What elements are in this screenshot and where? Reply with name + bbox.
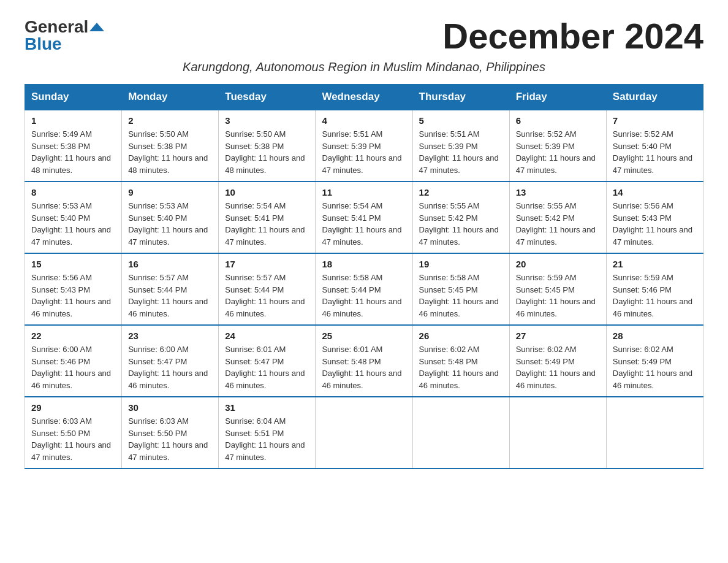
header: General Blue December 2024 xyxy=(25,18,703,54)
day-info: Sunrise: 5:56 AM Sunset: 5:43 PM Dayligh… xyxy=(613,200,697,248)
weekday-header-friday: Friday xyxy=(509,85,606,110)
day-info: Sunrise: 6:03 AM Sunset: 5:50 PM Dayligh… xyxy=(128,415,212,463)
day-info: Sunrise: 6:02 AM Sunset: 5:49 PM Dayligh… xyxy=(613,343,697,391)
day-info: Sunrise: 5:50 AM Sunset: 5:38 PM Dayligh… xyxy=(225,128,309,176)
weekday-header-thursday: Thursday xyxy=(412,85,509,110)
day-cell-14: 14 Sunrise: 5:56 AM Sunset: 5:43 PM Dayl… xyxy=(606,182,703,253)
day-info: Sunrise: 5:56 AM Sunset: 5:43 PM Dayligh… xyxy=(31,272,115,320)
day-number: 25 xyxy=(322,331,406,341)
day-cell-26: 26 Sunrise: 6:02 AM Sunset: 5:48 PM Dayl… xyxy=(412,325,509,397)
day-number: 11 xyxy=(322,187,406,197)
day-info: Sunrise: 5:55 AM Sunset: 5:42 PM Dayligh… xyxy=(516,200,600,248)
day-cell-28: 28 Sunrise: 6:02 AM Sunset: 5:49 PM Dayl… xyxy=(606,325,703,397)
day-number: 22 xyxy=(31,331,115,341)
logo: General Blue xyxy=(25,18,104,53)
empty-cell xyxy=(509,397,606,469)
day-info: Sunrise: 5:57 AM Sunset: 5:44 PM Dayligh… xyxy=(128,272,212,320)
month-title: December 2024 xyxy=(442,18,703,54)
day-info: Sunrise: 6:00 AM Sunset: 5:46 PM Dayligh… xyxy=(31,343,115,391)
day-cell-5: 5 Sunrise: 5:51 AM Sunset: 5:39 PM Dayli… xyxy=(412,110,509,182)
day-number: 9 xyxy=(128,187,212,197)
day-number: 16 xyxy=(128,259,212,269)
day-cell-18: 18 Sunrise: 5:58 AM Sunset: 5:44 PM Dayl… xyxy=(316,253,412,325)
day-cell-17: 17 Sunrise: 5:57 AM Sunset: 5:44 PM Dayl… xyxy=(219,253,316,325)
day-number: 5 xyxy=(419,115,503,126)
day-info: Sunrise: 5:55 AM Sunset: 5:42 PM Dayligh… xyxy=(419,200,503,248)
day-cell-2: 2 Sunrise: 5:50 AM Sunset: 5:38 PM Dayli… xyxy=(122,110,219,182)
week-row-3: 15 Sunrise: 5:56 AM Sunset: 5:43 PM Dayl… xyxy=(25,253,703,325)
day-number: 30 xyxy=(128,402,212,413)
day-cell-10: 10 Sunrise: 5:54 AM Sunset: 5:41 PM Dayl… xyxy=(219,182,316,253)
weekday-header-row: SundayMondayTuesdayWednesdayThursdayFrid… xyxy=(25,85,703,110)
day-number: 3 xyxy=(225,115,309,126)
day-info: Sunrise: 5:53 AM Sunset: 5:40 PM Dayligh… xyxy=(128,200,212,248)
day-number: 26 xyxy=(419,331,503,341)
day-info: Sunrise: 5:58 AM Sunset: 5:45 PM Dayligh… xyxy=(419,272,503,320)
day-number: 18 xyxy=(322,259,406,269)
day-number: 23 xyxy=(128,331,212,341)
day-info: Sunrise: 5:51 AM Sunset: 5:39 PM Dayligh… xyxy=(322,128,406,176)
day-cell-16: 16 Sunrise: 5:57 AM Sunset: 5:44 PM Dayl… xyxy=(122,253,219,325)
day-info: Sunrise: 5:50 AM Sunset: 5:38 PM Dayligh… xyxy=(128,128,212,176)
day-info: Sunrise: 5:59 AM Sunset: 5:45 PM Dayligh… xyxy=(516,272,600,320)
day-cell-3: 3 Sunrise: 5:50 AM Sunset: 5:38 PM Dayli… xyxy=(219,110,316,182)
day-cell-4: 4 Sunrise: 5:51 AM Sunset: 5:39 PM Dayli… xyxy=(316,110,412,182)
day-info: Sunrise: 5:52 AM Sunset: 5:39 PM Dayligh… xyxy=(516,128,600,176)
day-info: Sunrise: 6:04 AM Sunset: 5:51 PM Dayligh… xyxy=(225,415,309,463)
day-info: Sunrise: 5:53 AM Sunset: 5:40 PM Dayligh… xyxy=(31,200,115,248)
day-info: Sunrise: 5:49 AM Sunset: 5:38 PM Dayligh… xyxy=(31,128,115,176)
day-number: 1 xyxy=(31,115,115,126)
day-info: Sunrise: 6:01 AM Sunset: 5:47 PM Dayligh… xyxy=(225,343,309,391)
day-number: 15 xyxy=(31,259,115,269)
day-cell-23: 23 Sunrise: 6:00 AM Sunset: 5:47 PM Dayl… xyxy=(122,325,219,397)
day-number: 17 xyxy=(225,259,309,269)
day-cell-19: 19 Sunrise: 5:58 AM Sunset: 5:45 PM Dayl… xyxy=(412,253,509,325)
day-number: 21 xyxy=(613,259,697,269)
day-info: Sunrise: 5:54 AM Sunset: 5:41 PM Dayligh… xyxy=(225,200,309,248)
week-row-5: 29 Sunrise: 6:03 AM Sunset: 5:50 PM Dayl… xyxy=(25,397,703,469)
day-cell-9: 9 Sunrise: 5:53 AM Sunset: 5:40 PM Dayli… xyxy=(122,182,219,253)
day-info: Sunrise: 5:58 AM Sunset: 5:44 PM Dayligh… xyxy=(322,272,406,320)
day-cell-6: 6 Sunrise: 5:52 AM Sunset: 5:39 PM Dayli… xyxy=(509,110,606,182)
day-info: Sunrise: 6:00 AM Sunset: 5:47 PM Dayligh… xyxy=(128,343,212,391)
day-cell-13: 13 Sunrise: 5:55 AM Sunset: 5:42 PM Dayl… xyxy=(509,182,606,253)
empty-cell xyxy=(316,397,412,469)
day-number: 10 xyxy=(225,187,309,197)
day-number: 7 xyxy=(613,115,697,126)
weekday-header-wednesday: Wednesday xyxy=(316,85,412,110)
day-number: 19 xyxy=(419,259,503,269)
day-cell-22: 22 Sunrise: 6:00 AM Sunset: 5:46 PM Dayl… xyxy=(25,325,122,397)
day-info: Sunrise: 5:57 AM Sunset: 5:44 PM Dayligh… xyxy=(225,272,309,320)
calendar-table: SundayMondayTuesdayWednesdayThursdayFrid… xyxy=(25,84,703,469)
day-info: Sunrise: 6:01 AM Sunset: 5:48 PM Dayligh… xyxy=(322,343,406,391)
logo-general-text: General xyxy=(25,17,88,36)
week-row-2: 8 Sunrise: 5:53 AM Sunset: 5:40 PM Dayli… xyxy=(25,182,703,253)
day-number: 12 xyxy=(419,187,503,197)
empty-cell xyxy=(606,397,703,469)
logo-top: General xyxy=(25,18,104,36)
weekday-header-sunday: Sunday xyxy=(25,85,122,110)
day-number: 14 xyxy=(613,187,697,197)
week-row-1: 1 Sunrise: 5:49 AM Sunset: 5:38 PM Dayli… xyxy=(25,110,703,182)
day-cell-24: 24 Sunrise: 6:01 AM Sunset: 5:47 PM Dayl… xyxy=(219,325,316,397)
day-info: Sunrise: 5:59 AM Sunset: 5:46 PM Dayligh… xyxy=(613,272,697,320)
day-number: 2 xyxy=(128,115,212,126)
day-cell-8: 8 Sunrise: 5:53 AM Sunset: 5:40 PM Dayli… xyxy=(25,182,122,253)
day-info: Sunrise: 5:54 AM Sunset: 5:41 PM Dayligh… xyxy=(322,200,406,248)
day-cell-29: 29 Sunrise: 6:03 AM Sunset: 5:50 PM Dayl… xyxy=(25,397,122,469)
week-row-4: 22 Sunrise: 6:00 AM Sunset: 5:46 PM Dayl… xyxy=(25,325,703,397)
weekday-header-saturday: Saturday xyxy=(606,85,703,110)
day-number: 6 xyxy=(516,115,600,126)
day-cell-31: 31 Sunrise: 6:04 AM Sunset: 5:51 PM Dayl… xyxy=(219,397,316,469)
day-cell-7: 7 Sunrise: 5:52 AM Sunset: 5:40 PM Dayli… xyxy=(606,110,703,182)
day-cell-27: 27 Sunrise: 6:02 AM Sunset: 5:49 PM Dayl… xyxy=(509,325,606,397)
day-number: 27 xyxy=(516,331,600,341)
logo-blue-text: Blue xyxy=(25,36,62,53)
day-number: 28 xyxy=(613,331,697,341)
day-cell-15: 15 Sunrise: 5:56 AM Sunset: 5:43 PM Dayl… xyxy=(25,253,122,325)
day-number: 8 xyxy=(31,187,115,197)
day-cell-12: 12 Sunrise: 5:55 AM Sunset: 5:42 PM Dayl… xyxy=(412,182,509,253)
day-number: 13 xyxy=(516,187,600,197)
day-cell-25: 25 Sunrise: 6:01 AM Sunset: 5:48 PM Dayl… xyxy=(316,325,412,397)
day-info: Sunrise: 6:03 AM Sunset: 5:50 PM Dayligh… xyxy=(31,415,115,463)
